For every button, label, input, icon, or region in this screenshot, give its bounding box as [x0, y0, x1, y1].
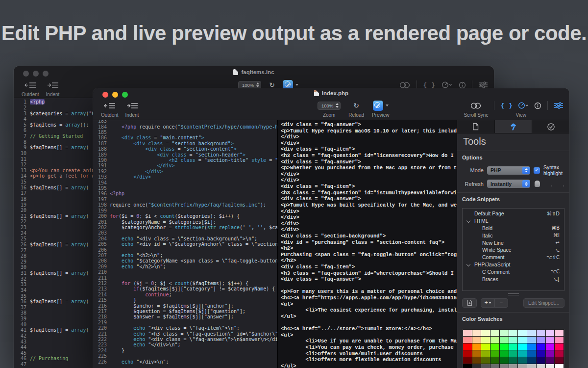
color-swatch[interactable] — [472, 337, 481, 343]
color-swatch[interactable] — [509, 343, 518, 350]
code-line[interactable]: 192 </div> — [93, 169, 277, 174]
sidebar-toggle-button[interactable] — [554, 100, 564, 111]
color-swatch[interactable] — [546, 337, 555, 343]
edit-snippet-button[interactable]: Edit Snippet… — [523, 298, 564, 308]
code-line[interactable]: 210 — [93, 269, 277, 275]
snippet-row[interactable]: Braces⌥[ — [463, 275, 564, 283]
code-line[interactable]: 184 <?php require_once("$contentPrefix/h… — [93, 124, 277, 129]
mode-popup[interactable]: PHP — [487, 166, 530, 175]
chevron-down-icon[interactable] — [466, 219, 470, 223]
color-swatch[interactable] — [527, 337, 536, 343]
snippet-row[interactable]: Default Page⌘⇧D — [463, 210, 564, 217]
outdent-button[interactable]: Outdent — [101, 100, 119, 118]
color-swatch[interactable] — [481, 343, 490, 350]
code-line[interactable]: 196<?php — [93, 191, 277, 196]
color-swatch[interactable] — [537, 350, 545, 357]
color-swatch[interactable] — [472, 357, 481, 364]
color-swatch[interactable] — [555, 343, 564, 350]
snippet-row[interactable]: White Space⌥ — [463, 246, 564, 254]
color-swatch[interactable] — [518, 343, 527, 350]
color-swatch[interactable] — [555, 330, 564, 336]
code-line[interactable]: 222 echo "<div class = \"faq-answer\">\n… — [93, 337, 277, 342]
code-line[interactable]: 223 echo "</div>\n"; — [93, 342, 277, 347]
code-line[interactable]: 204 echo "<div class = \"section-backgro… — [93, 236, 277, 241]
color-swatch[interactable] — [509, 357, 518, 364]
color-swatch[interactable] — [555, 337, 564, 343]
snippet-list-resize-handle[interactable] — [457, 293, 569, 295]
code-line[interactable]: 194 — [93, 180, 277, 185]
editor-pane[interactable]: 183184 <?php require_once("$contentPrefi… — [93, 120, 278, 368]
color-swatch[interactable] — [481, 350, 490, 357]
color-swatch[interactable] — [537, 343, 545, 350]
code-line[interactable]: 217 $question = $faqItems[$j]["question"… — [93, 309, 277, 314]
color-swatch[interactable] — [518, 337, 527, 343]
code-line[interactable]: 189 <div class = "section-header"> — [93, 152, 277, 157]
color-swatch[interactable] — [518, 350, 527, 357]
code-line[interactable]: 226 echo "</div>\n"; — [93, 359, 277, 364]
code-line[interactable]: 205 echo "<div id = \"$categoryAnchor\" … — [93, 241, 277, 247]
color-swatch[interactable] — [463, 350, 472, 357]
color-swatch[interactable] — [490, 337, 499, 343]
code-line[interactable]: 215 } — [93, 297, 277, 303]
code-line[interactable]: 202 $categoryAnchor = strtolower(str_rep… — [93, 225, 277, 230]
scroll-sync-button[interactable]: Scroll Sync — [464, 100, 488, 118]
code-line[interactable]: 225 — [93, 353, 277, 359]
code-line[interactable]: 221 echo "<h3 class = \"faq-question\" i… — [93, 331, 277, 336]
color-swatch[interactable] — [509, 337, 518, 343]
color-swatch[interactable] — [490, 364, 499, 368]
color-swatch[interactable] — [555, 357, 564, 364]
preview-button[interactable]: Preview — [372, 100, 390, 118]
code-line[interactable]: 191 </div> — [93, 163, 277, 168]
code-line[interactable]: 208 echo "$categoryName <span class = \"… — [93, 258, 277, 263]
add-snippet-button[interactable]: + — [481, 299, 494, 306]
code-line[interactable]: 195 — [93, 185, 277, 191]
code-line[interactable]: 187 <div class = "section-background"> — [93, 141, 277, 146]
color-swatch[interactable] — [463, 364, 472, 368]
code-line[interactable]: 193 </div> — [93, 174, 277, 180]
color-swatch[interactable] — [481, 337, 490, 343]
code-line[interactable]: 211 — [93, 275, 277, 280]
code-line[interactable]: 203 — [93, 230, 277, 236]
code-line[interactable]: 219 — [93, 320, 277, 325]
color-swatch[interactable] — [500, 330, 509, 336]
color-swatch[interactable] — [500, 343, 509, 350]
code-line[interactable]: 188 <div class = "section-content"> — [93, 146, 277, 152]
color-swatch[interactable] — [527, 357, 536, 364]
remove-snippet-button[interactable]: − — [495, 299, 508, 306]
color-swatch[interactable] — [527, 364, 536, 368]
code-line[interactable]: 218 $answer = $faqItems[$j]["answer"]; — [93, 314, 277, 319]
code-line[interactable]: 213 if($faqItems[$j]["category"] != $cat… — [93, 286, 277, 291]
browser-view-button[interactable] — [518, 102, 529, 109]
color-swatch[interactable] — [527, 330, 536, 336]
code-line[interactable]: 198require_once("$contentPrefix/hype/faq… — [93, 202, 277, 208]
color-swatch[interactable] — [527, 343, 536, 350]
color-swatch[interactable] — [509, 330, 518, 336]
color-swatch[interactable] — [463, 343, 472, 350]
color-swatch[interactable] — [555, 350, 564, 357]
code-line[interactable]: 220 echo "<div class = \"faq-item\">\n"; — [93, 325, 277, 331]
color-swatch[interactable] — [518, 330, 527, 336]
color-swatch[interactable] — [546, 330, 555, 336]
syntax-highlight-checkbox[interactable]: ✓ — [534, 167, 540, 174]
color-swatch[interactable] — [463, 357, 472, 364]
color-swatch[interactable] — [490, 357, 499, 364]
color-swatch[interactable] — [490, 343, 499, 350]
code-line[interactable]: 185 — [93, 130, 277, 135]
snippet-row[interactable]: C Comment⌥C — [463, 268, 564, 275]
color-swatch[interactable] — [518, 364, 527, 368]
code-line[interactable]: 212 for ($j = 0; $j < count($faqItems); … — [93, 281, 277, 286]
new-snippet-file-button[interactable] — [462, 298, 477, 308]
info-button[interactable] — [534, 102, 541, 109]
color-swatch[interactable] — [509, 350, 518, 357]
color-swatch[interactable] — [546, 357, 555, 364]
code-line[interactable]: 199 — [93, 208, 277, 213]
color-swatch[interactable] — [546, 343, 555, 350]
color-swatch[interactable] — [546, 350, 555, 357]
refresh-delay-slider[interactable] — [534, 180, 564, 188]
snippet-row[interactable]: Italic⌘I — [463, 232, 564, 239]
preview-pane[interactable]: <div class = "faq-answer"><p>Tumult Hype… — [278, 120, 457, 368]
color-swatch[interactable] — [472, 343, 481, 350]
color-swatch[interactable] — [481, 364, 490, 368]
code-line[interactable]: 224 } — [93, 348, 277, 353]
tab-validation[interactable] — [532, 120, 569, 133]
